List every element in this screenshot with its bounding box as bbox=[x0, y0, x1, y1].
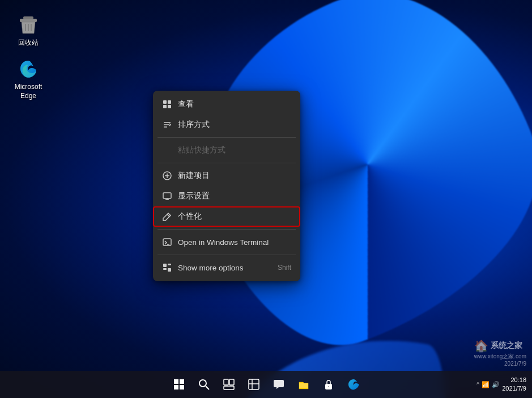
watermark: 🏠 系统之家 www.xitong之家.com 2021/7/9 bbox=[474, 339, 526, 367]
svg-rect-28 bbox=[180, 385, 184, 389]
watermark-logo: 🏠 系统之家 bbox=[474, 339, 526, 353]
menu-more-label: Show more options bbox=[178, 264, 244, 272]
tray-chevron: ^ bbox=[476, 381, 479, 388]
svg-rect-5 bbox=[163, 100, 167, 104]
menu-display-label: 显示设置 bbox=[178, 191, 210, 201]
menu-item-new[interactable]: 新建项目 bbox=[153, 166, 300, 186]
svg-rect-33 bbox=[224, 386, 234, 389]
more-options-icon bbox=[162, 262, 172, 273]
taskbar-task-view-button[interactable] bbox=[218, 374, 240, 395]
menu-sort-label: 排序方式 bbox=[178, 120, 210, 130]
watermark-icon: 🏠 bbox=[474, 339, 488, 353]
svg-rect-22 bbox=[168, 264, 171, 265]
taskbar-lock-button[interactable] bbox=[318, 374, 339, 395]
svg-rect-27 bbox=[174, 385, 178, 389]
new-icon bbox=[162, 171, 172, 181]
clock-date: 2021/7/9 bbox=[502, 384, 526, 393]
menu-item-more-options[interactable]: Show more options Shift bbox=[153, 257, 300, 278]
menu-divider-1 bbox=[158, 137, 296, 138]
taskbar-widgets-button[interactable] bbox=[243, 374, 265, 395]
taskbar-chat-button[interactable] bbox=[268, 374, 290, 395]
menu-item-personalize[interactable]: 个性化 bbox=[153, 206, 300, 227]
recycle-bin-label: 回收站 bbox=[18, 39, 39, 48]
edge-icon bbox=[17, 58, 40, 81]
monitor-icon bbox=[162, 191, 172, 201]
paste-icon bbox=[162, 145, 172, 155]
watermark-date: 2021/7/9 bbox=[474, 361, 526, 367]
svg-rect-21 bbox=[163, 264, 167, 267]
menu-item-sort[interactable]: 排序方式 bbox=[153, 115, 300, 135]
svg-rect-24 bbox=[168, 268, 171, 272]
menu-view-label: 查看 bbox=[178, 99, 194, 109]
svg-line-30 bbox=[206, 386, 209, 389]
menu-terminal-label: Open in Windows Terminal bbox=[178, 238, 269, 247]
taskbar-search-button[interactable] bbox=[193, 374, 215, 395]
svg-rect-1 bbox=[23, 16, 33, 19]
menu-divider-4 bbox=[158, 255, 296, 255]
taskbar-file-explorer-button[interactable] bbox=[293, 374, 314, 395]
svg-rect-15 bbox=[163, 193, 171, 198]
svg-rect-32 bbox=[229, 379, 234, 385]
menu-paste-label: 粘贴快捷方式 bbox=[178, 145, 225, 155]
svg-rect-6 bbox=[168, 100, 171, 104]
svg-line-18 bbox=[167, 214, 169, 217]
svg-point-38 bbox=[327, 386, 329, 388]
taskbar-icons bbox=[168, 374, 364, 395]
edge-label: MicrosoftEdge bbox=[15, 83, 42, 100]
desktop-icon-recycle-bin[interactable]: 回收站 bbox=[8, 11, 48, 50]
recycle-bin-icon bbox=[17, 14, 40, 36]
clock[interactable]: 20:18 2021/7/9 bbox=[502, 376, 526, 393]
tray-volume: 🔊 bbox=[492, 381, 500, 388]
menu-personalize-label: 个性化 bbox=[178, 211, 202, 222]
menu-item-terminal[interactable]: Open in Windows Terminal bbox=[153, 232, 300, 252]
watermark-url: www.xitong之家.com bbox=[474, 353, 526, 361]
tray-network: 📶 bbox=[482, 381, 490, 388]
svg-rect-26 bbox=[180, 379, 184, 384]
grid-icon bbox=[162, 99, 172, 109]
pencil-icon bbox=[162, 211, 172, 222]
menu-item-display[interactable]: 显示设置 bbox=[153, 186, 300, 206]
svg-rect-31 bbox=[224, 379, 228, 385]
svg-rect-25 bbox=[174, 379, 178, 384]
svg-rect-8 bbox=[168, 105, 171, 108]
svg-rect-7 bbox=[163, 105, 167, 108]
sort-icon bbox=[162, 120, 172, 130]
menu-divider-2 bbox=[158, 163, 296, 163]
system-tray[interactable]: ^ 📶 🔊 bbox=[476, 381, 500, 388]
taskbar: ^ 📶 🔊 20:18 2021/7/9 bbox=[0, 371, 532, 398]
menu-more-shortcut: Shift bbox=[278, 264, 291, 272]
svg-rect-34 bbox=[249, 379, 259, 389]
desktop: 回收站 MicrosoftEdge bbox=[0, 0, 532, 398]
taskbar-edge-button[interactable] bbox=[343, 374, 364, 395]
menu-divider-3 bbox=[158, 229, 296, 230]
menu-item-paste-shortcut: 粘贴快捷方式 bbox=[153, 140, 300, 160]
svg-point-29 bbox=[199, 380, 206, 387]
desktop-icon-edge[interactable]: MicrosoftEdge bbox=[8, 56, 48, 103]
watermark-text: 系统之家 bbox=[491, 341, 522, 351]
context-menu: 查看 排序方式 粘贴快捷方式 bbox=[153, 91, 300, 281]
taskbar-start-button[interactable] bbox=[168, 374, 190, 395]
menu-item-view[interactable]: 查看 bbox=[153, 94, 300, 115]
menu-new-label: 新建项目 bbox=[178, 171, 210, 181]
terminal-icon bbox=[162, 237, 172, 247]
clock-time: 20:18 bbox=[502, 376, 526, 384]
svg-rect-23 bbox=[163, 268, 167, 270]
taskbar-tray: ^ 📶 🔊 20:18 2021/7/9 bbox=[476, 376, 526, 393]
